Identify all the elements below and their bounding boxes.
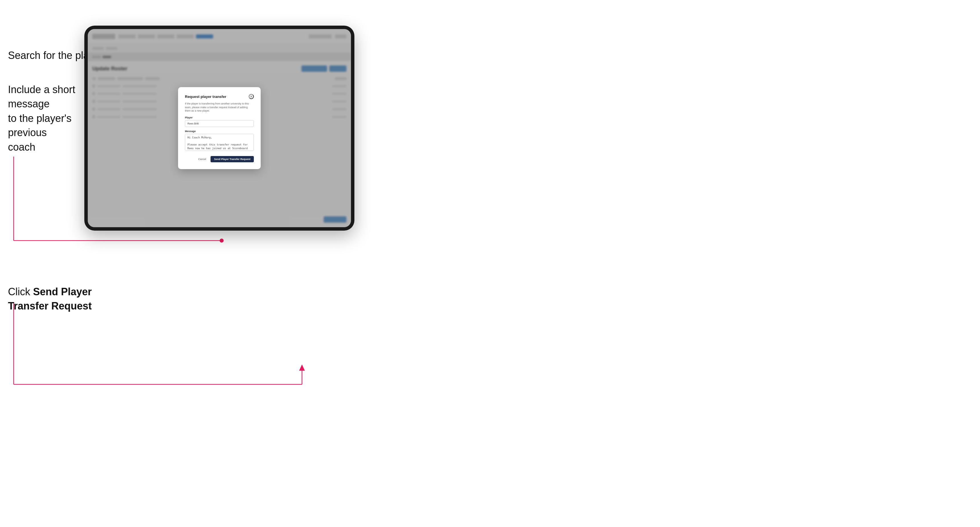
tablet-device: Update Roster xyxy=(84,25,355,231)
player-field-label: Player xyxy=(185,116,254,119)
player-search-input[interactable] xyxy=(185,120,254,127)
modal-description: If the player is transferring from anoth… xyxy=(185,102,254,113)
modal-actions: Cancel Send Player Transfer Request xyxy=(185,156,254,162)
modal-overlay: Request player transfer × If the player … xyxy=(88,29,351,227)
modal-header: Request player transfer × xyxy=(185,94,254,99)
tablet-screen: Update Roster xyxy=(88,29,351,227)
modal-close-button[interactable]: × xyxy=(249,94,254,99)
message-textarea[interactable]: Hi Coach McHarg, Please accept this tran… xyxy=(185,134,254,151)
modal-title: Request player transfer xyxy=(185,95,226,99)
cancel-button[interactable]: Cancel xyxy=(196,156,208,162)
send-transfer-request-button[interactable]: Send Player Transfer Request xyxy=(210,156,254,162)
message-field-label: Message xyxy=(185,130,254,133)
annotation-click-text: Click Send Player Transfer Request xyxy=(8,285,105,313)
request-transfer-modal: Request player transfer × If the player … xyxy=(178,87,261,169)
svg-marker-6 xyxy=(299,364,305,371)
svg-point-2 xyxy=(220,238,224,243)
